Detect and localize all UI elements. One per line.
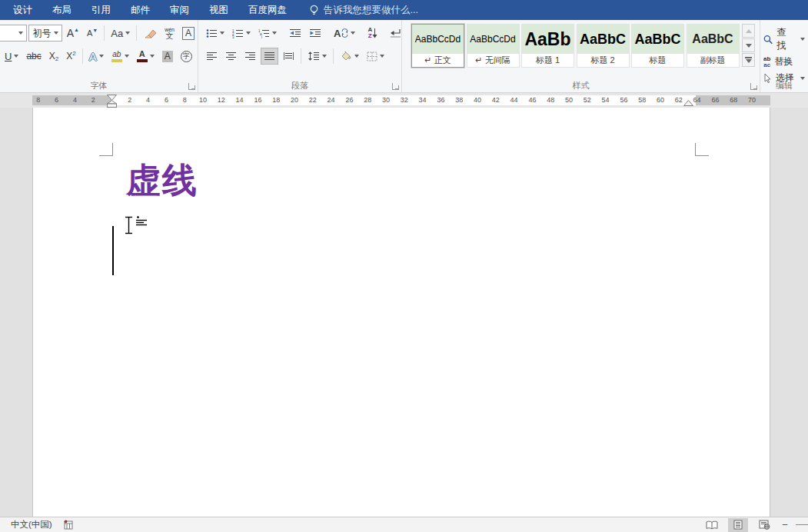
language-status[interactable]: 中文(中国) xyxy=(11,519,52,530)
read-mode-button[interactable] xyxy=(702,518,722,532)
decrease-indent-button[interactable] xyxy=(286,25,304,42)
subscript-button[interactable]: X 2 xyxy=(46,48,62,65)
up-arrow-icon: ▲ xyxy=(74,27,79,32)
character-shading-button[interactable]: A xyxy=(159,48,176,65)
ribbon-tab[interactable]: 引用 xyxy=(81,0,121,20)
justify-button[interactable] xyxy=(261,48,278,65)
ribbon-tab[interactable]: 邮件 xyxy=(121,0,160,20)
bullets-button[interactable] xyxy=(203,25,228,42)
style-card[interactable]: AaBbC副标题 xyxy=(687,24,740,68)
shrink-font-button[interactable]: A ▼ xyxy=(84,25,101,42)
chevron-down-icon xyxy=(351,32,355,35)
ruler-number: 32 xyxy=(401,96,408,104)
strikethrough-button[interactable]: abc xyxy=(23,48,44,65)
find-button[interactable]: 查找 xyxy=(760,25,808,54)
line-spacing-button[interactable] xyxy=(304,48,330,65)
phonetic-guide-button[interactable]: wén 文 xyxy=(161,25,178,42)
search-icon xyxy=(763,35,773,45)
chevron-down-icon xyxy=(99,55,104,58)
change-case-button[interactable]: Aa xyxy=(108,25,133,42)
style-card[interactable]: AaBbC标题 2 xyxy=(577,24,630,68)
ruler-number: 28 xyxy=(364,96,371,104)
sort-button[interactable]: A Z xyxy=(364,25,381,42)
ribbon-tab[interactable]: 设计 xyxy=(3,0,42,20)
clear-formatting-button[interactable] xyxy=(140,25,160,42)
ruler-number: 4 xyxy=(73,96,77,104)
multilevel-list-button[interactable]: 1ai xyxy=(255,25,280,42)
numbering-button[interactable]: 123 xyxy=(229,25,254,42)
lightbulb-icon xyxy=(309,5,319,16)
styles-group-label: 样式 xyxy=(402,80,760,91)
styles-scroll-down-button[interactable] xyxy=(742,38,755,52)
underline-button[interactable]: U xyxy=(2,48,22,65)
font-size-value: 初号 xyxy=(32,27,51,40)
page[interactable]: 虚线 xyxy=(32,108,770,517)
paragraph-dialog-launcher-icon[interactable] xyxy=(392,83,399,90)
zoom-slider[interactable] xyxy=(796,524,808,525)
chevron-down-icon xyxy=(800,38,805,41)
hanging-indent-marker[interactable] xyxy=(107,100,117,108)
ruler-number: 48 xyxy=(547,96,554,104)
replace-icon: ab ac xyxy=(763,56,770,68)
font-name-combo[interactable] xyxy=(0,25,27,42)
right-indent-marker[interactable] xyxy=(683,100,693,106)
ruler-number: 2 xyxy=(91,96,95,104)
ribbon-tab[interactable]: 百度网盘 xyxy=(238,0,297,20)
paint-bucket-icon xyxy=(340,52,352,62)
up-arrow-icon xyxy=(746,29,752,33)
style-card[interactable]: AaBb标题 1 xyxy=(521,24,574,68)
style-card[interactable]: AaBbC标题 xyxy=(631,24,684,68)
styles-more-button[interactable] xyxy=(742,53,755,67)
tell-me-box[interactable]: 告诉我您想要做什么... xyxy=(309,4,418,17)
style-card[interactable]: AaBbCcDd↵ 无间隔 xyxy=(467,24,520,68)
borders-icon xyxy=(367,52,377,62)
ribbon-tab[interactable]: 视图 xyxy=(199,0,238,20)
align-center-button[interactable] xyxy=(222,48,240,65)
highlight-color-button[interactable]: ab xyxy=(108,48,132,65)
ruler-number: 54 xyxy=(602,96,610,104)
document-heading[interactable]: 虚线 xyxy=(126,160,198,201)
superscript-button[interactable]: X 2 xyxy=(63,48,78,65)
distribute-icon xyxy=(283,52,294,61)
enclose-characters-button[interactable]: 字 xyxy=(178,48,195,65)
shading-button[interactable] xyxy=(337,48,362,65)
document-area[interactable]: 虚线 xyxy=(0,108,808,517)
text-effects-button[interactable]: A xyxy=(86,48,107,65)
font-size-combo[interactable]: 初号 xyxy=(28,25,62,42)
decrease-indent-icon xyxy=(289,28,301,38)
chevron-down-icon xyxy=(246,32,251,35)
align-left-button[interactable] xyxy=(203,48,221,65)
asian-layout-button[interactable]: A xyxy=(331,25,358,42)
styles-dialog-launcher-icon[interactable] xyxy=(750,83,757,90)
style-preview: AaBbCcDd xyxy=(467,25,519,54)
ruler-number: 46 xyxy=(528,96,536,104)
style-name: ↵ 无间隔 xyxy=(467,54,519,67)
increase-indent-icon xyxy=(309,28,321,38)
style-card[interactable]: AaBbCcDd↵ 正文 xyxy=(411,24,464,68)
align-right-button[interactable] xyxy=(241,48,259,65)
character-border-button[interactable]: A xyxy=(179,25,198,42)
zoom-out-button[interactable]: − xyxy=(780,519,790,530)
style-name: 标题 xyxy=(632,54,683,67)
horizontal-ruler[interactable]: 8642246810121416182022242628303234363840… xyxy=(0,93,808,108)
distribute-button[interactable] xyxy=(280,48,298,65)
font-dialog-launcher-icon[interactable] xyxy=(188,83,195,90)
ribbon-tab[interactable]: 布局 xyxy=(42,0,81,20)
chevron-down-icon xyxy=(125,32,130,35)
ruler-number: 40 xyxy=(474,96,481,104)
grow-font-button[interactable]: A ▲ xyxy=(64,25,82,42)
word-window: 设计布局引用邮件审阅视图百度网盘 告诉我您想要做什么... 初号 xyxy=(0,0,808,532)
borders-button[interactable] xyxy=(364,48,387,65)
web-layout-button[interactable] xyxy=(754,518,774,532)
increase-indent-button[interactable] xyxy=(306,25,324,42)
macro-record-icon[interactable] xyxy=(63,520,74,530)
ribbon: 初号 A ▲ A ▼ Aa xyxy=(0,20,808,93)
replace-button[interactable]: ab ac 替换 xyxy=(760,54,808,70)
print-layout-button[interactable] xyxy=(728,518,748,532)
ruler-strip: 8642246810121416182022242628303234363840… xyxy=(32,95,770,105)
styles-scroll-up-button[interactable] xyxy=(742,24,755,38)
ruler-number: 58 xyxy=(638,96,646,104)
chevron-down-icon xyxy=(354,55,359,58)
ribbon-tab[interactable]: 审阅 xyxy=(160,0,199,20)
font-color-button[interactable]: A xyxy=(134,48,158,65)
